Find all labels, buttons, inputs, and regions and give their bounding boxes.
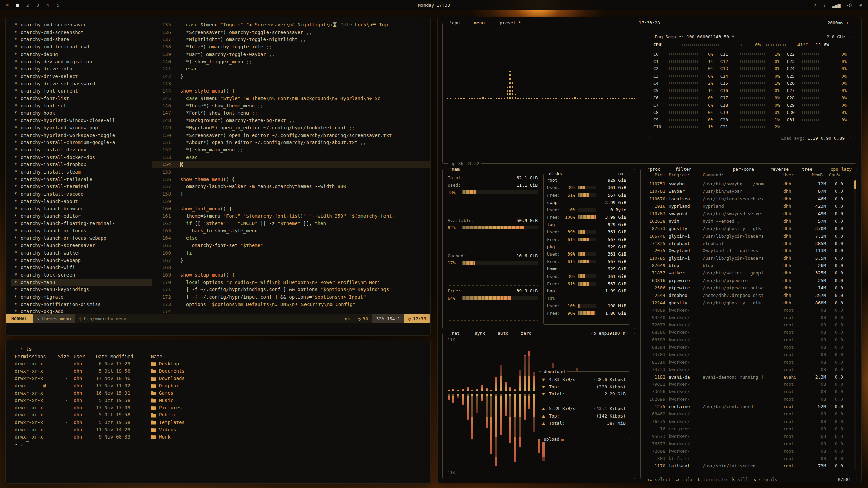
- io-toggle[interactable]: io: [615, 170, 625, 177]
- workspace-button[interactable]: ⊡: [6, 3, 9, 8]
- file-item[interactable]: * omarchy-font-current: [11, 87, 152, 95]
- file-item[interactable]: * omarchy-launch-walker: [11, 249, 152, 257]
- footer-action[interactable]: ↵ info: [676, 477, 692, 482]
- file-item[interactable]: * omarchy-install-chromium-google-a: [11, 139, 152, 146]
- process-row[interactable]: 1275 containe /usr/bin/containerd root 5…: [641, 403, 854, 410]
- file-item[interactable]: * omarchy-launch-screensaver: [11, 242, 152, 249]
- file-item[interactable]: * omarchy-install-terminal: [11, 183, 152, 190]
- file-item[interactable]: * omarchy-drive-set-password: [11, 80, 152, 88]
- tree-toggle[interactable]: tree: [800, 166, 814, 172]
- file-item[interactable]: * omarchy-migrate: [11, 293, 152, 301]
- process-row[interactable]: 16 rcu_pree root 0B 0.0: [641, 425, 854, 432]
- process-row[interactable]: 74733 kworker/ root 0B 0.0: [641, 366, 854, 373]
- process-row[interactable]: 79032 kworker/ root 0B 0.0: [641, 381, 854, 388]
- per-core-toggle[interactable]: per-core: [731, 166, 756, 172]
- menu-button[interactable]: menu: [472, 20, 487, 26]
- file-item[interactable]: * omarchy-launch-or-focus-webapp: [11, 235, 152, 242]
- file-item[interactable]: * omarchy-launch-editor: [11, 212, 152, 220]
- file-item[interactable]: * omarchy-launch-about: [11, 198, 152, 205]
- tray-icon[interactable]: ᛒ: [823, 3, 826, 8]
- process-row[interactable]: 74869 kworker/ root 0B 0.0: [641, 306, 854, 314]
- process-row[interactable]: 106746 glycin-i /usr/lib/glycin-loaders …: [641, 232, 854, 240]
- interval-increase[interactable]: +: [846, 20, 849, 25]
- file-item[interactable]: * omarchy-launch-floating-terminal-: [11, 220, 152, 227]
- tray-icon[interactable]: ◁): [847, 3, 853, 8]
- process-row[interactable]: 72073 kworker/ root 0B 0.0: [641, 321, 854, 329]
- process-row[interactable]: 71835 elephant elephant dhh 385M 0.0: [641, 240, 854, 247]
- process-row[interactable]: 2506 pipewire /usr/bin/pipewire-pulse dh…: [641, 284, 854, 291]
- interval-decrease[interactable]: -: [822, 20, 825, 25]
- file-item[interactable]: * omarchy-cmd-share: [11, 36, 152, 43]
- process-row[interactable]: 102638 nvim nvim --embed . dhh 57M 0.0: [641, 217, 854, 225]
- process-row[interactable]: 76575 kworker/ root 0B 0.0: [641, 418, 854, 425]
- workspace-button[interactable]: 2: [26, 3, 29, 8]
- file-item[interactable]: * omarchy-launch-webapp: [11, 257, 152, 264]
- process-row[interactable]: 81310 kworker/ root 0B 0.0: [641, 358, 854, 366]
- footer-action[interactable]: t terminate: [697, 477, 727, 482]
- process-row[interactable]: 73656 kworker/ root 0B 0.0: [641, 388, 854, 395]
- process-row[interactable]: 1162 avahi-da avahi-daemon: running [ av…: [641, 373, 854, 381]
- workspace-button[interactable]: ■: [16, 3, 19, 8]
- file-item[interactable]: * omarchy-install-vscode: [11, 190, 152, 198]
- update-interval-control[interactable]: - 2000ms +: [820, 20, 851, 26]
- file-item[interactable]: * omarchy-cmd-screensaver: [11, 21, 152, 29]
- process-row[interactable]: 102099 kworker/ root 0B 0.0: [641, 395, 854, 403]
- process-row[interactable]: 76577 kworker/ root 0B 0.0: [641, 440, 854, 447]
- footer-action[interactable]: ↑↓ select: [647, 477, 671, 482]
- file-item[interactable]: * omarchy-cmd-screenshot: [11, 29, 152, 36]
- process-row[interactable]: 94540 kworker/ root 0B 0.0: [641, 314, 854, 321]
- file-item[interactable]: * omarchy-launch-browser: [11, 205, 152, 213]
- workspace-button[interactable]: 3: [36, 3, 39, 8]
- net-interface[interactable]: ‹b enp191s0 n›: [589, 330, 630, 337]
- file-item[interactable]: * omarchy-cmd-terminal-cwd: [11, 43, 152, 51]
- file-item[interactable]: * omarchy-debug: [11, 51, 152, 58]
- file-item[interactable]: * omarchy-launch-or-focus: [11, 227, 152, 235]
- file-item[interactable]: * omarchy-menu-keybindings: [11, 286, 152, 293]
- file-item[interactable]: * omarchy-pkg-add: [11, 308, 152, 314]
- process-row[interactable]: 68586 kworker/ root 0B 0.0: [641, 329, 854, 336]
- terminal-window[interactable]: ~ › ls PermissionsSizeUserDate ModifiedN…: [5, 340, 431, 484]
- file-item[interactable]: * omarchy-hyprland-workspace-toggle: [11, 132, 152, 139]
- file-item[interactable]: * omarchy-font-set: [11, 102, 152, 110]
- filter-button[interactable]: filter: [673, 166, 693, 172]
- process-row[interactable]: 110751 swaybg /usr/bin/swaybg -i /hom dh…: [641, 180, 854, 188]
- tray-icon[interactable]: ⊙: [859, 3, 862, 8]
- process-row[interactable]: 110761 waybar /usr/bin/waybar dhh 67M 0.…: [641, 188, 854, 195]
- file-item[interactable]: * omarchy-launch-wifi: [11, 264, 152, 271]
- file-item[interactable]: * omarchy-hyprland-window-close-all: [11, 117, 152, 124]
- sort-selector[interactable]: cpu lazy: [828, 166, 854, 172]
- reverse-toggle[interactable]: reverse: [768, 166, 791, 172]
- footer-action[interactable]: s signals: [754, 477, 777, 482]
- process-row[interactable]: 1916 Hyprland Hyprland dhh 423M 0.0: [641, 203, 854, 210]
- process-row[interactable]: 72088 kworker/ root 0B 0.0: [641, 447, 854, 455]
- file-item[interactable]: * omarchy-install-steam: [11, 168, 152, 176]
- process-row[interactable]: 68584 kworker/ root 0B 0.0: [641, 344, 854, 351]
- process-scrollbar[interactable]: [854, 180, 856, 470]
- process-row[interactable]: 87649 btop btop dhh 26M 0.0: [641, 262, 854, 269]
- file-item[interactable]: * omarchy-install-tailscale: [11, 176, 152, 183]
- net-sync-toggle[interactable]: sync: [473, 330, 487, 337]
- process-row[interactable]: 95673 kworker/ root 0B 0.0: [641, 432, 854, 440]
- file-item[interactable]: * omarchy-menu: [11, 279, 152, 286]
- scrollbar-thumb[interactable]: [854, 180, 856, 189]
- footer-action[interactable]: k kill: [732, 477, 748, 482]
- file-item[interactable]: * omarchy-dev-add-migration: [11, 58, 152, 66]
- file-item[interactable]: * omarchy-lock-screen: [11, 271, 152, 279]
- net-zero-toggle[interactable]: zero: [519, 330, 533, 337]
- file-item[interactable]: * omarchy-font-list: [11, 95, 152, 102]
- tray-icon[interactable]: ▂▄▆: [832, 3, 840, 8]
- code-editor[interactable]: 135 case $(menu "Toggle" "❖ Screensaver\…: [152, 17, 430, 314]
- file-item[interactable]: * omarchy-notification-dismiss: [11, 301, 152, 308]
- process-row[interactable]: 110783 swayosd- /usr/bin/swayosd-server …: [641, 210, 854, 218]
- process-row[interactable]: 1170 tailscal /usr/sbin/tailscaled -- ro…: [641, 462, 854, 470]
- file-item[interactable]: * omarchy-drive-info: [11, 65, 152, 73]
- file-item[interactable]: * omarchy-hyprland-window-pop: [11, 124, 152, 132]
- process-row[interactable]: 87573 ghostty /usr/bin/ghostty --gtk- dh…: [641, 225, 854, 232]
- file-item[interactable]: * omarchy-hook: [11, 109, 152, 117]
- process-row[interactable]: 68402 kworker/ root 0B 0.0: [641, 410, 854, 418]
- process-row[interactable]: 110670 localsea /usr/lib/localsearch-ex …: [641, 195, 854, 203]
- file-item[interactable]: * omarchy-drive-select: [11, 73, 152, 80]
- preset-button[interactable]: preset *: [498, 20, 523, 26]
- process-header[interactable]: Pid: Program: Command: User: MemB Cpu%: [641, 172, 854, 177]
- process-row[interactable]: 2544 dropbox /home/dhh/.dropbox-dist dhh…: [641, 291, 854, 299]
